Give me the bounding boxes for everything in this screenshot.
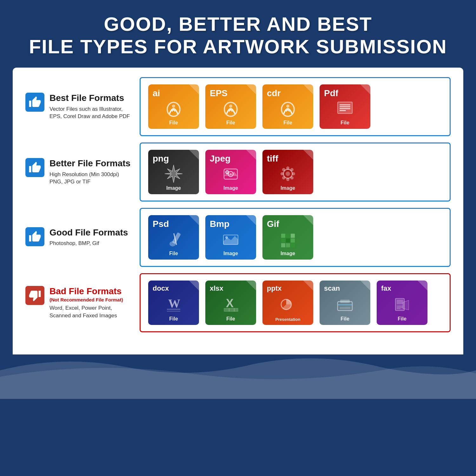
- svg-rect-32: [286, 234, 290, 238]
- docx-ext: docx: [153, 284, 169, 293]
- svg-rect-46: [234, 308, 238, 311]
- good-row: Good File Formats Photoshop, BMP, Gif Ps…: [25, 208, 451, 267]
- file-xlsx: xlsx X File: [205, 281, 256, 325]
- eps-ext: EPS: [210, 88, 228, 98]
- pdf-graphic: [334, 97, 356, 121]
- better-row: Better File Formats High Resolution (Min…: [25, 142, 451, 202]
- bmp-svg: [220, 228, 242, 250]
- svg-point-22: [282, 168, 285, 171]
- svg-rect-38: [286, 243, 290, 247]
- file-scan: scan File: [320, 281, 370, 325]
- svg-point-21: [292, 172, 295, 175]
- cdr-svg: [277, 97, 299, 119]
- bmp-graphic: [220, 228, 242, 251]
- png-svg: [162, 162, 185, 185]
- pdf-label: File: [340, 120, 349, 126]
- file-fax: fax File: [377, 281, 427, 325]
- file-tiff: tiff: [262, 150, 313, 194]
- fax-graphic: [391, 293, 413, 317]
- svg-rect-39: [291, 243, 295, 247]
- svg-point-19: [286, 178, 289, 181]
- cdr-label: File: [283, 120, 292, 126]
- svg-rect-44: [224, 308, 229, 311]
- bad-files: docx W File xlsx X: [140, 273, 451, 332]
- good-desc: Photoshop, BMP, Gif: [50, 240, 133, 247]
- pdf-ext: Pdf: [324, 88, 338, 98]
- file-pdf: Pdf File: [320, 84, 370, 129]
- bad-left-panel: Bad File Formats (Not Recommended File F…: [25, 281, 133, 325]
- best-thumbs-icon: [25, 93, 44, 112]
- svg-rect-31: [281, 234, 285, 238]
- ai-svg: [162, 97, 185, 119]
- cdr-graphic: [277, 97, 299, 121]
- ai-label: File: [169, 120, 178, 126]
- file-png: png Image: [148, 150, 199, 194]
- eps-graphic: [220, 97, 242, 121]
- ai-graphic: [162, 97, 185, 121]
- svg-point-25: [290, 168, 294, 171]
- gif-svg: [277, 228, 299, 250]
- pptx-label: Presentation: [275, 317, 301, 322]
- png-graphic: [162, 162, 185, 186]
- fax-ext: fax: [381, 284, 391, 293]
- svg-point-18: [286, 166, 289, 169]
- best-desc: Vector Files such as Illustrator,EPS, Co…: [50, 105, 133, 121]
- svg-text:W: W: [168, 297, 180, 310]
- psd-label: File: [169, 251, 178, 256]
- xlsx-label: File: [226, 316, 235, 322]
- scan-svg: [334, 293, 356, 315]
- svg-point-23: [290, 176, 294, 179]
- cdr-ext: cdr: [267, 88, 281, 98]
- ai-ext: ai: [153, 88, 160, 98]
- bad-label-block: Bad File Formats (Not Recommended File F…: [50, 286, 133, 320]
- svg-point-5: [286, 104, 289, 108]
- header-line2: FILE TYPES FOR ARTWORK SUBMISSION: [19, 35, 457, 58]
- better-left-panel: Better File Formats High Resolution (Min…: [25, 153, 133, 191]
- psd-ext: Psd: [153, 219, 169, 229]
- pptx-ext: pptx: [267, 284, 281, 293]
- good-label-block: Good File Formats Photoshop, BMP, Gif: [50, 227, 133, 247]
- scan-ext: scan: [324, 284, 340, 293]
- svg-point-17: [286, 171, 290, 176]
- bmp-ext: Bmp: [210, 219, 229, 229]
- file-jpeg: Jpeg Image: [205, 150, 256, 194]
- thumbs-up-icon: [29, 96, 41, 109]
- bmp-label: Image: [223, 251, 238, 256]
- svg-rect-49: [340, 300, 350, 303]
- better-desc: High Resolution (Min 300dpi)PNG, JPG or …: [50, 171, 133, 186]
- header: GOOD, BETTER AND BEST FILE TYPES FOR ART…: [0, 0, 476, 68]
- file-pptx: pptx Presentation: [262, 281, 313, 325]
- pdf-svg: [334, 97, 356, 119]
- file-gif: Gif: [262, 215, 313, 260]
- file-docx: docx W File: [148, 281, 199, 325]
- xlsx-svg: X: [220, 293, 242, 315]
- svg-point-24: [282, 176, 285, 179]
- good-left-panel: Good File Formats Photoshop, BMP, Gif: [25, 222, 133, 252]
- svg-point-30: [225, 236, 228, 239]
- good-title: Good File Formats: [50, 227, 133, 238]
- bad-thumbs-icon: [25, 286, 44, 305]
- best-row: Best File Formats Vector Files such as I…: [25, 77, 451, 136]
- svg-rect-48: [338, 301, 352, 310]
- svg-point-3: [229, 104, 232, 108]
- bad-title: Bad File Formats: [50, 286, 133, 297]
- bad-subtitle: (Not Recommended File Format): [50, 297, 133, 302]
- jpeg-ext: Jpeg: [210, 154, 230, 164]
- bad-row: Bad File Formats (Not Recommended File F…: [25, 273, 451, 332]
- gif-label: Image: [281, 251, 295, 256]
- better-label-block: Better File Formats High Resolution (Min…: [50, 158, 133, 186]
- content-area: Best File Formats Vector Files such as I…: [13, 68, 463, 358]
- scan-label: File: [340, 316, 349, 322]
- fax-label: File: [398, 316, 407, 322]
- svg-point-15: [230, 173, 232, 175]
- file-cdr: cdr File: [262, 84, 313, 129]
- best-left-panel: Best File Formats Vector Files such as I…: [25, 88, 133, 125]
- file-ai: ai File: [148, 84, 199, 129]
- file-bmp: Bmp Image: [205, 215, 256, 260]
- svg-rect-54: [397, 300, 403, 304]
- svg-rect-35: [286, 238, 290, 242]
- pptx-svg: [277, 293, 299, 315]
- jpeg-graphic: [220, 162, 242, 186]
- svg-rect-6: [338, 102, 352, 113]
- gif-ext: Gif: [267, 219, 279, 229]
